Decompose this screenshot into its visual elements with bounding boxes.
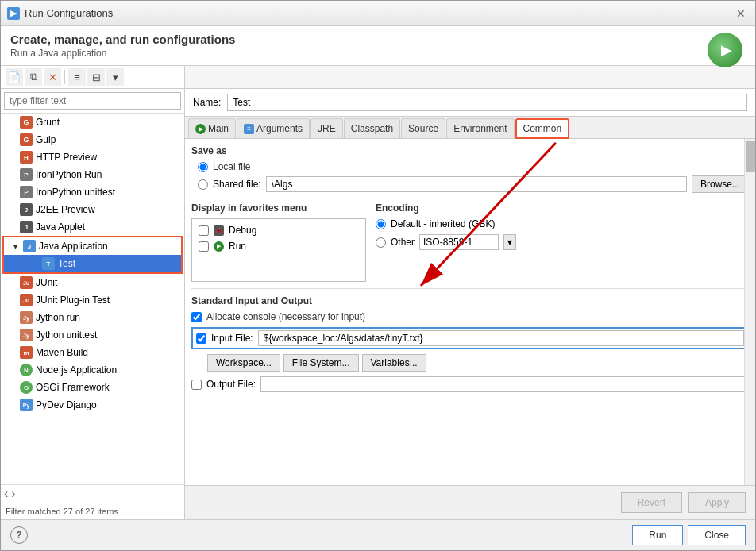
tab-environment[interactable]: Environment — [446, 118, 514, 138]
sidebar-item-http[interactable]: ▶ H HTTP Preview — [1, 148, 184, 166]
sidebar-item-label: J2EE Preview — [36, 204, 95, 215]
sidebar-item-label: JUnit — [36, 277, 57, 288]
ironpython-test-icon: P — [20, 186, 33, 198]
file-buttons: Workspace... File System... Variables... — [207, 354, 749, 372]
local-file-radio[interactable] — [198, 162, 208, 172]
name-input[interactable] — [227, 94, 747, 111]
allocate-console-label: Allocate console (necessary for input) — [206, 311, 365, 322]
sidebar-item-gulp[interactable]: ▶ G Gulp — [1, 131, 184, 148]
apply-button[interactable]: Apply — [688, 492, 746, 513]
close-window-button[interactable]: ✕ — [733, 6, 749, 21]
scrollbar-thumb[interactable] — [746, 141, 755, 172]
sidebar-item-jython-test[interactable]: ▶ Jy Jython unittest — [1, 326, 184, 344]
sidebar-item-nodejs[interactable]: ▶ N Node.js Application — [1, 361, 184, 379]
bottom-buttons: Revert Apply — [185, 485, 755, 519]
encoding-default: Default - inherited (GBK) — [376, 218, 749, 229]
browse-button[interactable]: Browse... — [692, 175, 749, 193]
sidebar-item-ironpython[interactable]: ▶ P IronPython Run — [1, 166, 184, 183]
workspace-button[interactable]: Workspace... — [207, 354, 280, 372]
collapse-button[interactable]: ⊟ — [87, 68, 105, 86]
filesystem-button[interactable]: File System... — [284, 354, 359, 372]
duplicate-button[interactable]: ⧉ — [25, 68, 42, 86]
tab-jre[interactable]: JRE — [310, 118, 343, 138]
window-icon: ▶ — [7, 7, 20, 20]
footer: ? Run Close — [1, 519, 755, 550]
scroll-left[interactable]: ‹ — [4, 487, 8, 501]
sidebar-item-jython[interactable]: ▶ Jy Jython run — [1, 309, 184, 326]
tab-main[interactable]: ▶ Main — [188, 118, 236, 138]
tab-classpath[interactable]: Classpath — [344, 118, 400, 138]
allocate-console-checkbox[interactable] — [191, 312, 202, 322]
std-io-section: Standard Input and Output Allocate conso… — [191, 288, 749, 392]
scroll-right[interactable]: › — [11, 487, 15, 501]
name-label: Name: — [193, 97, 221, 108]
std-io-title: Standard Input and Output — [191, 295, 749, 306]
fav-debug-checkbox[interactable] — [199, 225, 209, 236]
sidebar-item-j2ee[interactable]: ▶ J J2EE Preview — [1, 201, 184, 218]
fav-debug: 🐞 Debug — [195, 222, 362, 238]
sidebar-item-java-application[interactable]: ▾ J Java Application — [4, 237, 181, 255]
variables-button[interactable]: Variables... — [362, 354, 426, 372]
sidebar-item-ironpython-test[interactable]: ▶ P IronPython unittest — [1, 183, 184, 201]
input-file-input[interactable] — [258, 330, 744, 346]
tab-source[interactable]: Source — [401, 118, 446, 138]
input-file-checkbox[interactable] — [196, 333, 206, 344]
sidebar-item-junit-plugin[interactable]: ▶ Ju JUnit Plug-in Test — [1, 291, 184, 309]
encoding-dropdown-button[interactable]: ▾ — [503, 234, 516, 250]
run-icon[interactable] — [708, 33, 742, 67]
ironpython-icon: P — [20, 168, 33, 181]
search-box — [1, 89, 184, 114]
help-button[interactable]: ? — [10, 526, 28, 544]
input-file-label: Input File: — [211, 333, 253, 344]
footer-close-button[interactable]: Close — [688, 525, 746, 545]
fav-debug-label: Debug — [229, 225, 256, 236]
java-applet-icon: J — [20, 221, 33, 233]
save-as-title: Save as — [191, 145, 749, 156]
run-button[interactable]: Run — [632, 525, 683, 545]
encoding-options: Default - inherited (GBK) Other ▾ — [376, 218, 749, 250]
encoding-other-radio[interactable] — [376, 237, 386, 248]
maven-icon: m — [20, 346, 33, 359]
tab-arguments[interactable]: ≡ Arguments — [237, 118, 310, 138]
allocate-console-row: Allocate console (necessary for input) — [191, 311, 749, 322]
fav-run-label: Run — [229, 241, 246, 252]
shared-file-input[interactable] — [266, 176, 687, 192]
filter-button[interactable]: ≡ — [68, 68, 86, 86]
search-input[interactable] — [4, 92, 181, 110]
j2ee-icon: J — [20, 203, 33, 216]
output-file-input[interactable] — [260, 376, 749, 392]
shared-file-radio[interactable] — [198, 179, 208, 190]
scrollbar[interactable] — [744, 139, 755, 485]
sidebar-item-grunt[interactable]: ▶ G Grunt — [1, 114, 184, 131]
output-file-checkbox[interactable] — [191, 380, 202, 390]
tab-common[interactable]: Common — [515, 118, 570, 139]
sidebar-item-test[interactable]: ▶ T Test — [4, 255, 181, 272]
fav-run-checkbox[interactable] — [199, 241, 209, 252]
name-row: Name: — [185, 89, 755, 117]
sidebar-item-label: Jython run — [36, 312, 80, 323]
shared-file-label: Shared file: — [213, 179, 261, 190]
sidebar-item-maven[interactable]: ▶ m Maven Build — [1, 344, 184, 361]
delete-button[interactable]: ✕ — [44, 68, 61, 86]
sidebar-item-pydev[interactable]: ▶ Py PyDev Django — [1, 396, 184, 414]
save-as-section: Save as Local file Shared file: Browse..… — [191, 145, 749, 193]
encoding-default-radio[interactable] — [376, 219, 386, 229]
sidebar-item-label: Node.js Application — [36, 364, 117, 376]
pydev-icon: Py — [20, 399, 33, 411]
toolbar: 📄 ⧉ ✕ ≡ ⊟ ▾ — [1, 66, 185, 88]
title-bar: ▶ Run Configurations ✕ — [1, 1, 755, 26]
encoding-other-input[interactable] — [419, 234, 499, 250]
menu-button[interactable]: ▾ — [106, 68, 124, 86]
revert-button[interactable]: Revert — [621, 492, 682, 513]
new-config-button[interactable]: 📄 — [6, 68, 23, 86]
sidebar-item-java-applet[interactable]: ▶ J Java Applet — [1, 218, 184, 236]
sidebar-item-osgi[interactable]: ▶ O OSGi Framework — [1, 379, 184, 396]
sidebar-item-label: Java Application — [39, 241, 108, 252]
sidebar-item-label: IronPython unittest — [36, 187, 115, 198]
gulp-icon: G — [20, 133, 33, 146]
encoding-default-label: Default - inherited (GBK) — [391, 218, 495, 229]
encoding-other-label: Other — [391, 237, 415, 248]
jython-test-icon: Jy — [20, 329, 33, 341]
java-app-icon: J — [23, 240, 36, 252]
sidebar-item-junit[interactable]: ▶ Ju JUnit — [1, 274, 184, 291]
